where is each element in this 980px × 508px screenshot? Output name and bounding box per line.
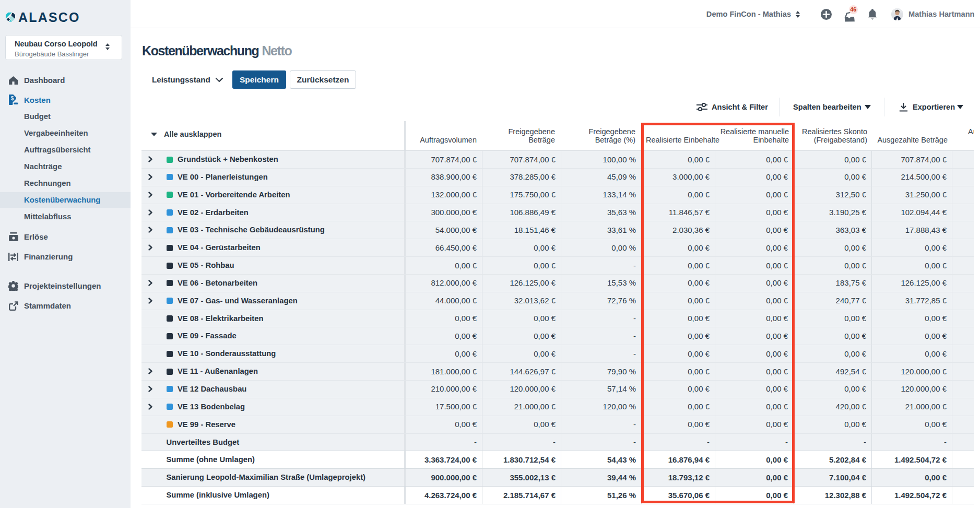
svg-text:$: $ <box>11 96 14 101</box>
